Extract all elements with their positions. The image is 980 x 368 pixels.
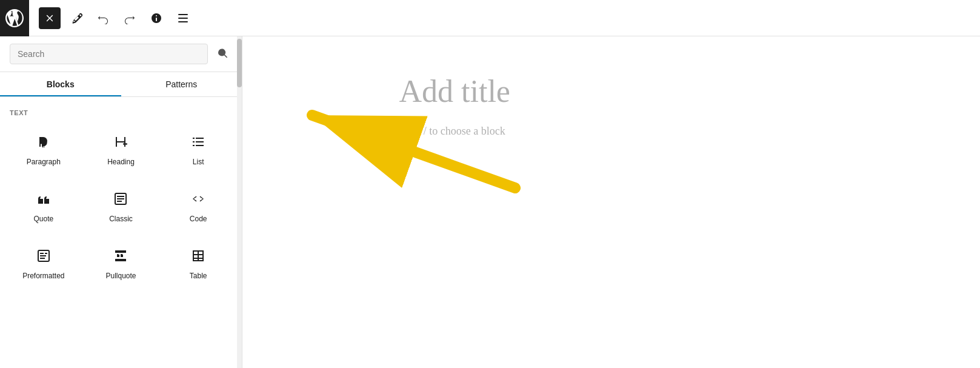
editor-area[interactable]: Add title Type / to choose a block (242, 36, 980, 368)
paragraph-icon: ¶ (33, 131, 55, 153)
code-label: Code (190, 215, 207, 223)
svg-rect-17 (115, 250, 126, 253)
table-label: Table (190, 272, 207, 280)
toolbar (0, 0, 980, 36)
svg-rect-9 (117, 196, 124, 197)
list-view-icon (177, 12, 189, 24)
classic-icon (110, 188, 132, 210)
svg-rect-4 (193, 141, 195, 142)
redo-button[interactable] (119, 7, 141, 29)
preformatted-label: Preformatted (22, 272, 64, 280)
svg-rect-6 (193, 145, 195, 146)
edit-icon (70, 12, 82, 24)
quote-icon (33, 188, 55, 210)
svg-rect-1 (123, 143, 127, 145)
undo-icon (97, 12, 109, 24)
svg-rect-16 (40, 258, 45, 259)
wp-logo (0, 0, 29, 36)
section-label-text: TEXT (5, 104, 237, 119)
edit-button[interactable] (65, 7, 87, 29)
scrollbar[interactable] (237, 36, 242, 368)
list-icon (187, 131, 209, 153)
list-view-button[interactable] (172, 7, 194, 29)
info-button[interactable] (145, 7, 167, 29)
tab-blocks[interactable]: Blocks (0, 72, 121, 96)
close-icon (44, 13, 55, 24)
editor-title-placeholder[interactable]: Add title (399, 73, 824, 110)
heading-label: Heading (107, 158, 135, 166)
undo-button[interactable] (92, 7, 114, 29)
block-item-table[interactable]: Table (159, 233, 237, 290)
search-input[interactable] (10, 44, 208, 64)
search-button[interactable] (213, 44, 232, 64)
preformatted-icon (33, 245, 55, 267)
svg-rect-13 (40, 253, 44, 254)
scrollbar-thumb[interactable] (237, 39, 242, 87)
table-icon (187, 245, 209, 267)
svg-text:¶: ¶ (40, 137, 45, 149)
svg-rect-15 (40, 255, 46, 256)
sidebar: Blocks Patterns TEXT ¶ Paragraph (0, 36, 242, 368)
search-icon (217, 49, 228, 59)
svg-rect-2 (193, 138, 195, 139)
code-icon (187, 188, 209, 210)
info-icon (150, 12, 162, 24)
block-item-heading[interactable]: Heading (82, 119, 160, 176)
svg-rect-7 (196, 145, 204, 146)
pullquote-label: Pullquote (105, 272, 136, 280)
block-item-code[interactable]: Code (159, 176, 237, 233)
block-item-list[interactable]: List (159, 119, 237, 176)
search-bar (0, 36, 242, 72)
blocks-grid: ¶ Paragraph Heading (5, 119, 237, 290)
svg-rect-10 (117, 198, 124, 199)
blocks-content: TEXT ¶ Paragraph (0, 97, 242, 368)
block-item-quote[interactable]: Quote (5, 176, 82, 233)
tabs-container: Blocks Patterns (0, 72, 242, 97)
pullquote-icon (110, 245, 132, 267)
editor-block-placeholder[interactable]: Type / to choose a block (399, 125, 824, 138)
svg-rect-11 (117, 201, 122, 202)
classic-label: Classic (109, 215, 133, 223)
block-item-preformatted[interactable]: Preformatted (5, 233, 82, 290)
svg-rect-5 (196, 141, 204, 142)
list-label: List (193, 158, 204, 166)
block-item-pullquote[interactable]: Pullquote (82, 233, 160, 290)
block-item-paragraph[interactable]: ¶ Paragraph (5, 119, 82, 176)
redo-icon (124, 12, 136, 24)
heading-icon (110, 131, 132, 153)
block-item-classic[interactable]: Classic (82, 176, 160, 233)
quote-label: Quote (33, 215, 53, 223)
editor-content: Add title Type / to choose a block (399, 73, 824, 138)
tab-active-indicator (0, 95, 121, 96)
svg-rect-14 (45, 253, 47, 254)
wordpress-icon (4, 7, 25, 29)
svg-rect-3 (196, 138, 204, 139)
close-button[interactable] (39, 7, 61, 29)
svg-rect-18 (115, 259, 126, 261)
tab-patterns[interactable]: Patterns (121, 72, 242, 96)
paragraph-label: Paragraph (27, 158, 61, 166)
main-layout: Blocks Patterns TEXT ¶ Paragraph (0, 36, 980, 368)
